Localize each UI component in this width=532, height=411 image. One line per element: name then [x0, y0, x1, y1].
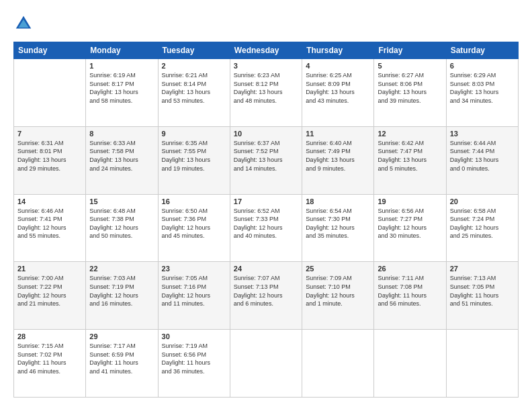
day-info: Sunrise: 6:44 AMSunset: 7:44 PMDaylight:… [450, 139, 515, 173]
day-number: 13 [450, 130, 515, 138]
calendar-cell: 10Sunrise: 6:37 AMSunset: 7:52 PMDayligh… [230, 126, 302, 194]
calendar-cell: 30Sunrise: 7:19 AMSunset: 6:56 PMDayligh… [158, 330, 230, 398]
day-info: Sunrise: 6:25 AMSunset: 8:09 PMDaylight:… [306, 71, 370, 105]
day-info: Sunrise: 6:19 AMSunset: 8:17 PMDaylight:… [89, 71, 154, 105]
calendar-cell: 23Sunrise: 7:05 AMSunset: 7:16 PMDayligh… [158, 262, 230, 330]
day-info: Sunrise: 6:42 AMSunset: 7:47 PMDaylight:… [378, 139, 442, 173]
day-number: 17 [234, 197, 298, 205]
logo [13, 13, 36, 34]
day-number: 21 [17, 265, 82, 273]
day-number: 11 [306, 130, 370, 138]
day-info: Sunrise: 6:58 AMSunset: 7:24 PMDaylight:… [450, 207, 515, 240]
calendar-cell: 24Sunrise: 7:07 AMSunset: 7:13 PMDayligh… [230, 262, 302, 330]
calendar-cell [230, 330, 302, 398]
day-number: 4 [306, 62, 370, 70]
calendar-cell: 13Sunrise: 6:44 AMSunset: 7:44 PMDayligh… [446, 126, 518, 194]
calendar-table: SundayMondayTuesdayWednesdayThursdayFrid… [13, 42, 519, 398]
calendar-cell: 9Sunrise: 6:35 AMSunset: 7:55 PMDaylight… [158, 126, 230, 194]
day-number: 24 [234, 265, 298, 273]
calendar-cell: 27Sunrise: 7:13 AMSunset: 7:05 PMDayligh… [446, 262, 518, 330]
day-info: Sunrise: 6:50 AMSunset: 7:36 PMDaylight:… [162, 207, 226, 240]
calendar-cell: 16Sunrise: 6:50 AMSunset: 7:36 PMDayligh… [158, 194, 230, 262]
day-number: 6 [450, 62, 515, 70]
day-info: Sunrise: 7:05 AMSunset: 7:16 PMDaylight:… [162, 274, 226, 308]
calendar-cell: 5Sunrise: 6:27 AMSunset: 8:06 PMDaylight… [374, 59, 446, 127]
calendar-week-4: 21Sunrise: 7:00 AMSunset: 7:22 PMDayligh… [14, 262, 519, 330]
day-number: 1 [89, 62, 154, 70]
day-number: 9 [162, 130, 226, 138]
logo-icon [13, 13, 34, 34]
day-number: 15 [89, 197, 154, 205]
calendar-cell: 7Sunrise: 6:31 AMSunset: 8:01 PMDaylight… [14, 126, 86, 194]
day-number: 29 [89, 332, 154, 340]
calendar-cell: 17Sunrise: 6:52 AMSunset: 7:33 PMDayligh… [230, 194, 302, 262]
day-info: Sunrise: 6:52 AMSunset: 7:33 PMDaylight:… [234, 207, 298, 240]
day-number: 14 [17, 197, 82, 205]
calendar-cell: 26Sunrise: 7:11 AMSunset: 7:08 PMDayligh… [374, 262, 446, 330]
calendar-cell: 20Sunrise: 6:58 AMSunset: 7:24 PMDayligh… [446, 194, 518, 262]
day-number: 5 [378, 62, 442, 70]
day-info: Sunrise: 7:17 AMSunset: 6:59 PMDaylight:… [89, 342, 154, 375]
calendar-header-tuesday: Tuesday [158, 42, 230, 59]
day-number: 3 [234, 62, 298, 70]
day-number: 10 [234, 130, 298, 138]
calendar-cell: 25Sunrise: 7:09 AMSunset: 7:10 PMDayligh… [302, 262, 374, 330]
calendar-header-saturday: Saturday [446, 42, 518, 59]
day-info: Sunrise: 6:46 AMSunset: 7:41 PMDaylight:… [17, 207, 82, 240]
day-number: 23 [162, 265, 226, 273]
day-number: 30 [162, 332, 226, 340]
day-info: Sunrise: 7:09 AMSunset: 7:10 PMDaylight:… [306, 274, 370, 308]
calendar-cell: 2Sunrise: 6:21 AMSunset: 8:14 PMDaylight… [158, 59, 230, 127]
day-info: Sunrise: 7:07 AMSunset: 7:13 PMDaylight:… [234, 274, 298, 308]
day-number: 27 [450, 265, 515, 273]
day-info: Sunrise: 6:21 AMSunset: 8:14 PMDaylight:… [162, 71, 226, 105]
calendar-cell: 21Sunrise: 7:00 AMSunset: 7:22 PMDayligh… [14, 262, 86, 330]
day-info: Sunrise: 6:33 AMSunset: 7:58 PMDaylight:… [89, 139, 154, 173]
calendar-cell: 19Sunrise: 6:56 AMSunset: 7:27 PMDayligh… [374, 194, 446, 262]
day-info: Sunrise: 6:40 AMSunset: 7:49 PMDaylight:… [306, 139, 370, 173]
calendar-cell: 15Sunrise: 6:48 AMSunset: 7:38 PMDayligh… [86, 194, 158, 262]
day-info: Sunrise: 6:27 AMSunset: 8:06 PMDaylight:… [378, 71, 442, 105]
calendar-cell [302, 330, 374, 398]
day-number: 20 [450, 197, 515, 205]
calendar-cell: 18Sunrise: 6:54 AMSunset: 7:30 PMDayligh… [302, 194, 374, 262]
calendar-cell: 14Sunrise: 6:46 AMSunset: 7:41 PMDayligh… [14, 194, 86, 262]
day-info: Sunrise: 6:37 AMSunset: 7:52 PMDaylight:… [234, 139, 298, 173]
calendar-header-friday: Friday [374, 42, 446, 59]
calendar-week-1: 1Sunrise: 6:19 AMSunset: 8:17 PMDaylight… [14, 59, 519, 127]
day-number: 25 [306, 265, 370, 273]
day-number: 18 [306, 197, 370, 205]
calendar-cell: 1Sunrise: 6:19 AMSunset: 8:17 PMDaylight… [86, 59, 158, 127]
calendar-cell: 29Sunrise: 7:17 AMSunset: 6:59 PMDayligh… [86, 330, 158, 398]
calendar-cell: 11Sunrise: 6:40 AMSunset: 7:49 PMDayligh… [302, 126, 374, 194]
day-number: 22 [89, 265, 154, 273]
calendar-cell: 3Sunrise: 6:23 AMSunset: 8:12 PMDaylight… [230, 59, 302, 127]
calendar-cell: 22Sunrise: 7:03 AMSunset: 7:19 PMDayligh… [86, 262, 158, 330]
calendar-header-monday: Monday [86, 42, 158, 59]
calendar-week-3: 14Sunrise: 6:46 AMSunset: 7:41 PMDayligh… [14, 194, 519, 262]
day-number: 19 [378, 197, 442, 205]
day-info: Sunrise: 7:11 AMSunset: 7:08 PMDaylight:… [378, 274, 442, 308]
calendar-week-5: 28Sunrise: 7:15 AMSunset: 7:02 PMDayligh… [14, 330, 519, 398]
page-header [13, 13, 519, 34]
calendar-header-wednesday: Wednesday [230, 42, 302, 59]
calendar-cell: 12Sunrise: 6:42 AMSunset: 7:47 PMDayligh… [374, 126, 446, 194]
calendar-week-2: 7Sunrise: 6:31 AMSunset: 8:01 PMDaylight… [14, 126, 519, 194]
day-number: 7 [17, 130, 82, 138]
calendar-cell: 4Sunrise: 6:25 AMSunset: 8:09 PMDaylight… [302, 59, 374, 127]
calendar-cell [446, 330, 518, 398]
calendar-cell: 8Sunrise: 6:33 AMSunset: 7:58 PMDaylight… [86, 126, 158, 194]
day-info: Sunrise: 7:15 AMSunset: 7:02 PMDaylight:… [17, 342, 82, 375]
day-info: Sunrise: 7:00 AMSunset: 7:22 PMDaylight:… [17, 274, 82, 308]
calendar-cell: 6Sunrise: 6:29 AMSunset: 8:03 PMDaylight… [446, 59, 518, 127]
calendar-cell [374, 330, 446, 398]
day-info: Sunrise: 6:31 AMSunset: 8:01 PMDaylight:… [17, 139, 82, 173]
day-info: Sunrise: 7:19 AMSunset: 6:56 PMDaylight:… [162, 342, 226, 375]
day-info: Sunrise: 6:54 AMSunset: 7:30 PMDaylight:… [306, 207, 370, 240]
day-number: 8 [89, 130, 154, 138]
day-number: 2 [162, 62, 226, 70]
day-info: Sunrise: 6:23 AMSunset: 8:12 PMDaylight:… [234, 71, 298, 105]
day-info: Sunrise: 7:03 AMSunset: 7:19 PMDaylight:… [89, 274, 154, 308]
day-info: Sunrise: 7:13 AMSunset: 7:05 PMDaylight:… [450, 274, 515, 308]
day-number: 26 [378, 265, 442, 273]
